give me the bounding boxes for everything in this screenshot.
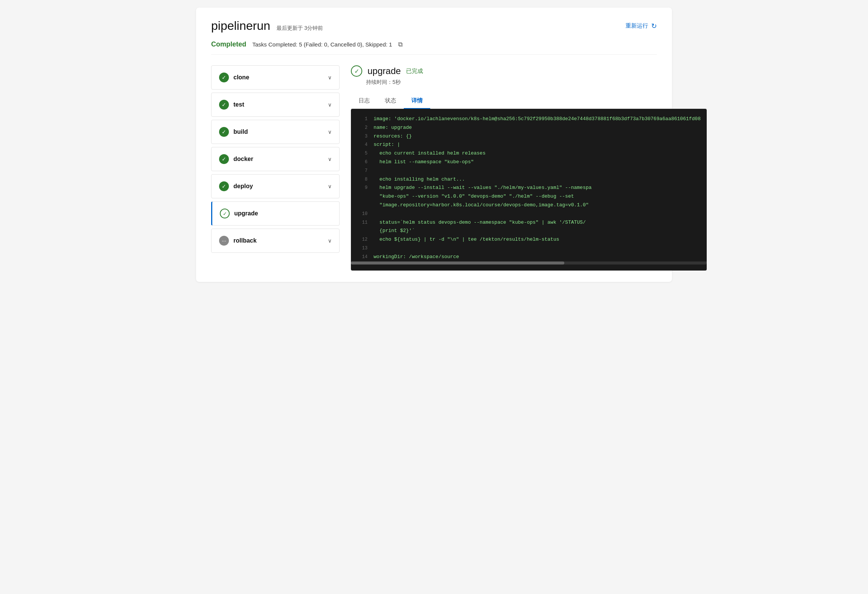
task-header: ✓ upgrade 已完成 <box>351 65 707 77</box>
line-content: echo installing helm chart... <box>374 176 701 184</box>
chevron-down-icon: ∨ <box>328 156 332 162</box>
sidebar-item-rollback[interactable]: ··· rollback ∨ <box>211 229 340 253</box>
line-content <box>374 244 701 252</box>
code-line: 4 script: | <box>351 141 707 149</box>
line-content: status=`helm status devops-demo --namesp… <box>374 219 701 227</box>
line-number: 5 <box>357 150 368 157</box>
sidebar-item-left: ✓ build <box>219 127 248 137</box>
code-line: 13 <box>351 244 707 253</box>
line-number: 2 <box>357 124 368 131</box>
chevron-down-icon: ∨ <box>328 74 332 80</box>
sidebar-item-test[interactable]: ✓ test ∨ <box>211 93 340 117</box>
line-number: 10 <box>357 210 368 218</box>
sidebar: ✓ clone ∨ ✓ test ∨ ✓ build ∨ <box>211 65 340 271</box>
line-content: script: | <box>374 141 701 149</box>
line-number: 7 <box>357 167 368 175</box>
code-block: 1 image: 'docker.io/lachlanevenson/k8s-h… <box>351 109 707 271</box>
code-line: 2 name: upgrade <box>351 124 707 132</box>
page-title: pipelinerun <box>211 19 270 33</box>
code-line: 8 echo installing helm chart... <box>351 175 707 184</box>
tasks-info: Tasks Completed: 5 (Failed: 0, Cancelled… <box>252 41 392 48</box>
sidebar-item-deploy[interactable]: ✓ deploy ∨ <box>211 174 340 198</box>
chevron-down-icon: ∨ <box>328 183 332 189</box>
chevron-down-icon: ∨ <box>328 238 332 244</box>
line-content: helm upgrade --install --wait --values "… <box>374 184 701 192</box>
line-content: echo ${status} | tr -d "\n" | tee /tekto… <box>374 236 701 244</box>
tab-status[interactable]: 状态 <box>377 93 404 109</box>
status-bar: Completed Tasks Completed: 5 (Failed: 0,… <box>211 40 657 55</box>
sidebar-item-label-test: test <box>233 101 244 108</box>
line-number: 1 <box>357 115 368 123</box>
sidebar-item-docker[interactable]: ✓ docker ∨ <box>211 147 340 171</box>
task-title: upgrade <box>368 66 401 76</box>
status-badge: Completed <box>211 40 246 48</box>
sidebar-item-left: ✓ test <box>219 100 244 110</box>
code-line: 7 <box>351 167 707 175</box>
last-updated: 最后更新于 3分钟前 <box>276 25 323 32</box>
refresh-icon[interactable]: ↻ <box>651 22 657 30</box>
line-number: 9 <box>357 184 368 192</box>
right-panel: ✓ upgrade 已完成 持续时间：5秒 日志 状态 详情 1 image: … <box>340 65 707 271</box>
sidebar-item-left: ··· rollback <box>219 236 256 246</box>
tab-logs[interactable]: 日志 <box>351 93 377 109</box>
tabs: 日志 状态 详情 <box>351 93 707 109</box>
line-number: 4 <box>357 141 368 148</box>
code-line: 14 workingDir: /workspace/source <box>351 253 707 261</box>
check-icon: ✓ <box>219 154 229 164</box>
code-line: 5 echo current installed helm releases <box>351 149 707 158</box>
code-line: 10 <box>351 210 707 218</box>
line-number: 12 <box>357 236 368 243</box>
sidebar-item-label-deploy: deploy <box>233 183 253 190</box>
sidebar-item-label-rollback: rollback <box>233 237 256 244</box>
check-icon: ✓ <box>219 73 229 82</box>
sidebar-item-clone[interactable]: ✓ clone ∨ <box>211 65 340 90</box>
sidebar-item-left: ✓ deploy <box>219 181 253 191</box>
header-right: 重新运行 ↻ <box>626 22 657 30</box>
line-content <box>374 167 701 175</box>
line-number <box>357 193 368 193</box>
line-content: echo current installed helm releases <box>374 150 701 158</box>
header-left: pipelinerun 最后更新于 3分钟前 <box>211 19 323 33</box>
sidebar-item-left: ✓ docker <box>219 154 253 164</box>
scrollbar-container[interactable] <box>351 261 707 265</box>
check-outline-icon: ✓ <box>220 209 230 218</box>
chevron-down-icon: ∨ <box>328 102 332 108</box>
header: pipelinerun 最后更新于 3分钟前 重新运行 ↻ <box>211 19 657 33</box>
sidebar-item-build[interactable]: ✓ build ∨ <box>211 120 340 144</box>
sidebar-item-label-clone: clone <box>233 74 249 81</box>
check-icon: ✓ <box>219 181 229 191</box>
page-container: pipelinerun 最后更新于 3分钟前 重新运行 ↻ Completed … <box>196 8 672 282</box>
sidebar-item-label-docker: docker <box>233 156 253 162</box>
task-status-badge: 已完成 <box>406 68 423 75</box>
sidebar-item-left: ✓ clone <box>219 73 249 82</box>
tab-details[interactable]: 详情 <box>404 93 430 109</box>
scrollbar-thumb[interactable] <box>351 261 564 265</box>
line-content: workingDir: /workspace/source <box>374 253 701 261</box>
code-line: 12 echo ${status} | tr -d "\n" | tee /te… <box>351 235 707 244</box>
line-content: "image.repository=harbor.k8s.local/cours… <box>374 201 701 209</box>
sidebar-item-label-upgrade: upgrade <box>234 210 258 217</box>
sidebar-item-left: ✓ upgrade <box>220 209 258 218</box>
line-content: {print $2}'` <box>374 227 701 235</box>
code-line: "kube-ops" --version "v1.0.0" "devops-de… <box>351 192 707 201</box>
task-duration: 持续时间：5秒 <box>351 79 707 86</box>
line-content: name: upgrade <box>374 124 701 132</box>
code-line: 1 image: 'docker.io/lachlanevenson/k8s-h… <box>351 115 707 124</box>
code-line: 11 status=`helm status devops-demo --nam… <box>351 218 707 227</box>
chevron-down-icon: ∨ <box>328 129 332 135</box>
line-number: 8 <box>357 176 368 183</box>
code-line: "image.repository=harbor.k8s.local/cours… <box>351 201 707 210</box>
line-number: 3 <box>357 133 368 140</box>
sidebar-item-upgrade[interactable]: ✓ upgrade <box>211 201 340 226</box>
rerun-button[interactable]: 重新运行 <box>626 22 648 29</box>
line-number <box>357 227 368 227</box>
check-icon: ✓ <box>219 100 229 110</box>
code-line: 9 helm upgrade --install --wait --values… <box>351 184 707 192</box>
line-content <box>374 210 701 218</box>
check-icon: ✓ <box>219 127 229 137</box>
line-content: "kube-ops" --version "v1.0.0" "devops-de… <box>374 193 701 201</box>
line-number: 13 <box>357 244 368 252</box>
copy-icon[interactable]: ⧉ <box>398 41 403 48</box>
code-line: 6 helm list --namespace "kube-ops" <box>351 158 707 167</box>
line-number: 6 <box>357 158 368 166</box>
